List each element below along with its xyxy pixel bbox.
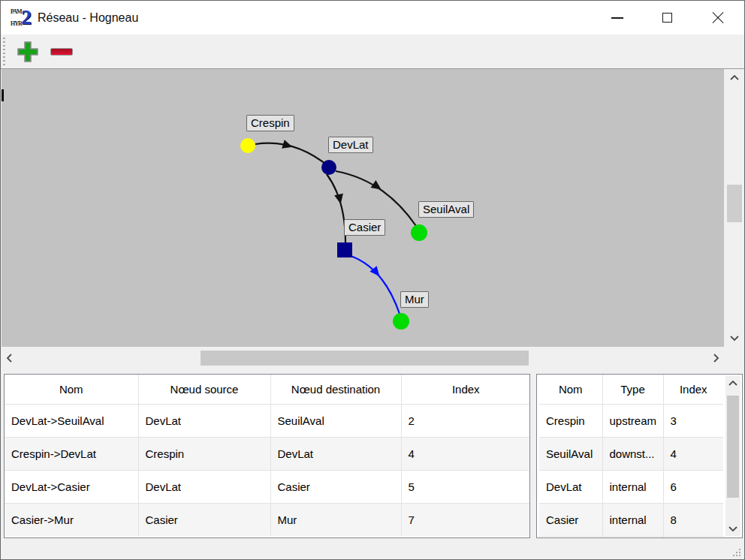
table-row[interactable]: Crespin upstream 3 [539,404,723,437]
minus-icon [50,48,73,56]
node-SeuilAval[interactable] [411,224,427,241]
canvas-vscroll-thumb[interactable] [727,185,742,222]
cell-type[interactable]: internal [602,470,663,503]
header-noeud-source[interactable]: Nœud source [138,375,270,404]
cell-destination[interactable]: Casier [270,470,401,503]
header-index[interactable]: Index [401,375,530,404]
cell-nom[interactable]: DevLat [539,470,602,503]
remove-button[interactable] [50,48,73,56]
header-nom[interactable]: Nom [5,375,138,404]
toolbar [1,35,744,69]
edge-Crespin->DevLat[interactable] [255,143,329,167]
nodes-table: Nom Type Index Crespin upstream 3 SeuilA… [539,375,723,538]
cell-nom[interactable]: DevLat->SeuilAval [5,404,138,437]
minimize-icon [611,17,623,19]
edge-DevLat->Casier[interactable] [327,174,345,242]
scroll-right-icon[interactable] [710,352,722,364]
node-label-Mur[interactable]: Mur [400,291,429,308]
nodes-table-scrollbar[interactable] [725,376,740,536]
node-Casier[interactable] [337,242,352,257]
table-row[interactable]: DevLat->SeuilAval DevLat SeuilAval 2 [5,404,530,437]
logo-text-big: 2 [21,5,32,29]
app-logo-icon: PAM HYR 2 [11,8,32,29]
nodes-table-header-row: Nom Type Index [539,375,723,404]
cell-source[interactable]: Crespin [138,437,270,470]
cell-source[interactable]: DevLat [138,470,270,503]
node-label-SeuilAval[interactable]: SeuilAval [418,201,474,218]
cell-index[interactable]: 5 [401,470,530,503]
cell-destination[interactable]: DevLat [270,437,401,470]
maximize-icon [662,13,672,23]
close-icon [711,11,725,25]
table-row[interactable]: Casier->Mur Casier Mur 7 [5,503,530,536]
node-Crespin[interactable] [240,138,255,153]
cell-index[interactable]: 7 [401,503,530,536]
cell-destination[interactable]: Mur [270,503,401,536]
cell-source[interactable]: DevLat [138,404,270,437]
header-type[interactable]: Type [602,375,663,404]
table-row[interactable] [539,536,723,538]
window-title: Réseau - Hogneau [38,11,138,25]
edge-DevLat->SeuilAval[interactable] [336,171,416,226]
cell-type[interactable]: downst... [602,437,663,470]
network-canvas[interactable]: CrespinDevLatSeuilAvalCasierMur [2,69,724,347]
status-bar [1,540,744,559]
cell-source[interactable]: Casier [138,503,270,536]
edges-table-header-row: Nom Nœud source Nœud destination Index [5,375,530,404]
node-label-Casier[interactable]: Casier [344,219,385,236]
scroll-down-icon[interactable] [728,332,740,344]
clipped-canvas-object [2,89,4,101]
edges-table: Nom Nœud source Nœud destination Index D… [5,375,530,536]
edge-Casier->Mur[interactable] [351,256,400,314]
plus-icon [16,40,40,64]
table-row[interactable]: SeuilAval downst... 4 [539,437,723,470]
cell-type[interactable]: upstream [602,404,663,437]
window-controls [592,1,743,35]
network-canvas-svg [2,69,724,347]
canvas-hscroll-thumb[interactable] [201,351,529,366]
cell-index[interactable]: 8 [663,503,723,536]
cell-index[interactable]: 4 [401,437,530,470]
toolbar-drag-handle[interactable] [3,38,5,66]
cell-nom[interactable]: Crespin [539,404,602,437]
node-label-Crespin[interactable]: Crespin [246,115,294,131]
edges-table-panel: Nom Nœud source Nœud destination Index D… [4,374,530,538]
title-bar[interactable]: PAM HYR 2 Réseau - Hogneau [1,1,744,35]
canvas-horizontal-scrollbar[interactable] [2,347,724,369]
cell-nom[interactable]: DevLat->Casier [5,470,138,503]
canvas-vertical-scrollbar[interactable] [724,69,745,347]
header-noeud-destination[interactable]: Nœud destination [270,375,401,404]
table-row[interactable]: Casier internal 8 [539,503,723,536]
cell-index[interactable]: 2 [401,404,530,437]
node-label-DevLat[interactable]: DevLat [328,137,373,153]
add-button[interactable] [16,40,40,64]
scrollbar-corner [724,347,745,369]
node-Mur[interactable] [393,313,409,330]
table-row[interactable]: DevLat internal 6 [539,470,723,503]
cell-nom[interactable]: SeuilAval [539,437,602,470]
scroll-up-icon[interactable] [727,378,739,390]
cell-index[interactable]: 4 [663,437,723,470]
minimize-button[interactable] [592,1,642,35]
table-row[interactable]: DevLat->Casier DevLat Casier 5 [5,470,530,503]
header-nom[interactable]: Nom [539,375,602,404]
scroll-left-icon[interactable] [4,352,16,364]
resize-grip-icon[interactable] [733,549,741,557]
nodes-table-panel: Nom Type Index Crespin upstream 3 SeuilA… [536,374,743,538]
close-button[interactable] [692,1,743,35]
header-index[interactable]: Index [663,375,723,404]
nodes-table-scroll-thumb[interactable] [727,396,739,498]
cell-nom[interactable]: Casier [539,503,602,536]
cell-index[interactable]: 3 [663,404,723,437]
scroll-down-icon[interactable] [727,522,739,534]
scroll-up-icon[interactable] [728,72,740,84]
node-DevLat[interactable] [321,160,336,175]
maximize-button[interactable] [642,1,692,35]
cell-destination[interactable]: SeuilAval [270,404,401,437]
cell-index[interactable]: 6 [663,470,723,503]
cell-nom[interactable]: Casier->Mur [5,503,138,536]
cell-nom[interactable]: Crespin->DevLat [5,437,138,470]
cell-type[interactable]: internal [602,503,663,536]
table-row[interactable]: Crespin->DevLat Crespin DevLat 4 [5,437,530,470]
logo-text-bottom: HYR [11,20,22,27]
